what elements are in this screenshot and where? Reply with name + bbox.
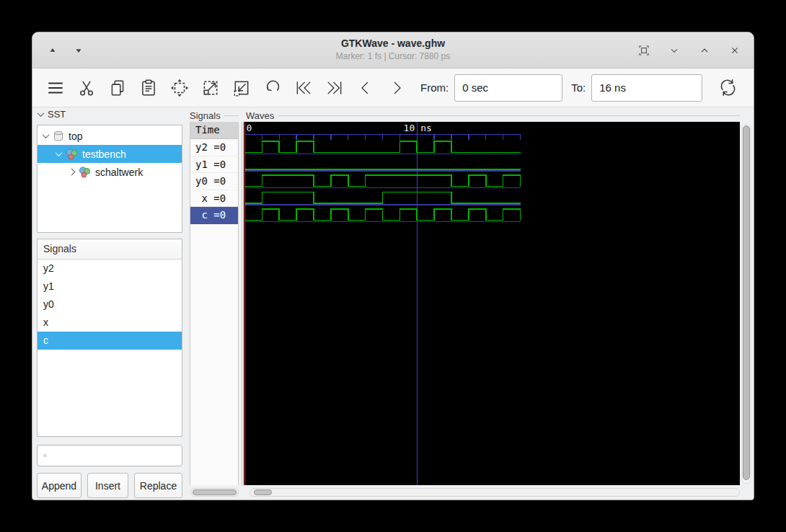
to-label: To: xyxy=(571,81,586,94)
chevron-down-icon[interactable] xyxy=(56,149,63,156)
shade-up-triangle-icon xyxy=(48,45,58,56)
append-button[interactable]: Append xyxy=(37,473,81,498)
module-cylinder-icon xyxy=(52,130,65,143)
tree-item-label: top xyxy=(69,130,82,142)
restore-frame-icon xyxy=(637,44,650,57)
restore-button[interactable] xyxy=(637,43,651,58)
wave-canvas[interactable]: 010ns xyxy=(244,122,740,485)
menu-button[interactable] xyxy=(40,73,71,103)
paste-clipboard-icon xyxy=(139,79,158,97)
tree-item-schaltwerk[interactable]: schaltwerk xyxy=(37,163,182,181)
time-header[interactable]: Time xyxy=(190,122,238,139)
replace-button[interactable]: Replace xyxy=(134,473,182,498)
signals-column-header[interactable]: Signals xyxy=(37,239,182,260)
svg-text:10: 10 xyxy=(404,123,415,133)
signal-search[interactable] xyxy=(37,445,182,466)
skip-to-start-button[interactable] xyxy=(288,73,319,103)
wave-name-y2[interactable]: y2 =0 xyxy=(190,139,238,156)
skip-to-start-icon xyxy=(293,79,314,97)
cut-button[interactable] xyxy=(71,73,102,103)
waves-horizontal-scrollbar[interactable] xyxy=(250,488,740,497)
tree-item-label: testbench xyxy=(82,148,126,160)
from-input[interactable] xyxy=(454,74,562,102)
tree-item-testbench[interactable]: testbench xyxy=(37,145,182,163)
titlebar[interactable]: GTKWave - wave.ghw Marker: 1 fs | Cursor… xyxy=(32,32,754,68)
insert-button[interactable]: Insert xyxy=(87,473,128,498)
chevron-right-icon[interactable] xyxy=(69,169,76,176)
signal-list-item-y1[interactable]: y1 xyxy=(37,278,182,296)
copy-icon xyxy=(108,79,127,97)
signal-list-item-y0[interactable]: y0 xyxy=(37,296,182,314)
svg-text:0: 0 xyxy=(247,123,252,133)
to-input[interactable] xyxy=(591,74,702,102)
zoom-in-button[interactable] xyxy=(195,73,226,103)
svg-text:ns: ns xyxy=(420,123,432,133)
expander-chevron-icon xyxy=(37,110,45,117)
undo-button[interactable] xyxy=(257,73,288,103)
shade-down-button[interactable] xyxy=(71,43,86,58)
zoom-fit-button[interactable] xyxy=(164,73,195,103)
waves-vertical-scrollbar[interactable] xyxy=(741,123,751,484)
waveform-x xyxy=(245,192,521,204)
toolbar: From: To: xyxy=(32,68,754,107)
close-icon xyxy=(729,45,741,56)
undo-icon xyxy=(263,79,282,97)
zoom-out-arrow-icon xyxy=(232,79,251,97)
signal-list-item-c[interactable]: c xyxy=(37,332,182,350)
wave-name-c[interactable]: c =0 xyxy=(190,207,238,224)
zoom-in-arrow-icon xyxy=(201,79,220,97)
wave-name-x[interactable]: x =0 xyxy=(190,190,238,208)
reload-button[interactable] xyxy=(712,73,743,103)
tree-item-top[interactable]: top xyxy=(37,127,182,145)
names-frame-label: Signals xyxy=(190,110,239,121)
wave-names-column: Time y2 =0y1 =0y0 =0 x =0 c =0 xyxy=(190,122,239,485)
maximize-button[interactable] xyxy=(697,43,712,58)
chevron-up-icon xyxy=(699,45,710,56)
signal-list-item-y2[interactable]: y2 xyxy=(37,260,182,278)
signal-facility-list: Signals y2y1y0xc xyxy=(37,239,182,437)
search-icon xyxy=(43,450,47,461)
hierarchy-bubbles-icon xyxy=(65,148,79,161)
hierarchy-bubbles-icon xyxy=(78,166,92,179)
waveform-y2 xyxy=(245,141,521,153)
tree-item-label: schaltwerk xyxy=(95,167,143,178)
sst-label: SST xyxy=(48,109,66,120)
main-content: SST top testbench xyxy=(32,107,754,500)
sst-tree: top testbench schaltwerk xyxy=(37,125,182,233)
scrollbar-thumb[interactable] xyxy=(254,489,272,495)
waves-frame-label: Waves xyxy=(246,110,740,121)
skip-to-end-button[interactable] xyxy=(319,73,350,103)
from-label: From: xyxy=(420,81,449,94)
gtkwave-window: GTKWave - wave.ghw Marker: 1 fs | Cursor… xyxy=(32,32,754,500)
signal-list-item-x[interactable]: x xyxy=(37,314,182,332)
shade-down-triangle-icon xyxy=(74,45,84,56)
step-right-icon xyxy=(388,79,405,97)
names-horizontal-scrollbar[interactable] xyxy=(190,488,239,497)
menu-icon xyxy=(45,79,66,97)
zoom-fit-icon xyxy=(170,79,189,97)
paste-button[interactable] xyxy=(133,73,164,103)
step-left-icon xyxy=(357,79,374,97)
zoom-out-button[interactable] xyxy=(226,73,257,103)
scrollbar-thumb[interactable] xyxy=(193,489,237,495)
chevron-down-icon[interactable] xyxy=(43,131,50,138)
step-left-button[interactable] xyxy=(350,73,381,103)
search-input[interactable] xyxy=(51,445,182,466)
step-right-button[interactable] xyxy=(381,73,412,103)
skip-to-end-icon xyxy=(324,79,345,97)
copy-button[interactable] xyxy=(102,73,133,103)
chevron-down-icon xyxy=(668,45,680,56)
sst-expander[interactable]: SST xyxy=(38,109,66,120)
wave-name-y0[interactable]: y0 =0 xyxy=(190,173,238,190)
close-button[interactable] xyxy=(728,43,742,58)
waveform-y0 xyxy=(245,175,521,187)
reload-icon xyxy=(718,78,738,97)
waveform-c xyxy=(245,209,521,221)
shade-up-button[interactable] xyxy=(45,43,60,58)
minimize-button[interactable] xyxy=(667,43,681,58)
scrollbar-thumb[interactable] xyxy=(743,125,750,480)
cut-scissors-icon xyxy=(77,79,96,97)
wave-name-y1[interactable]: y1 =0 xyxy=(190,156,238,174)
